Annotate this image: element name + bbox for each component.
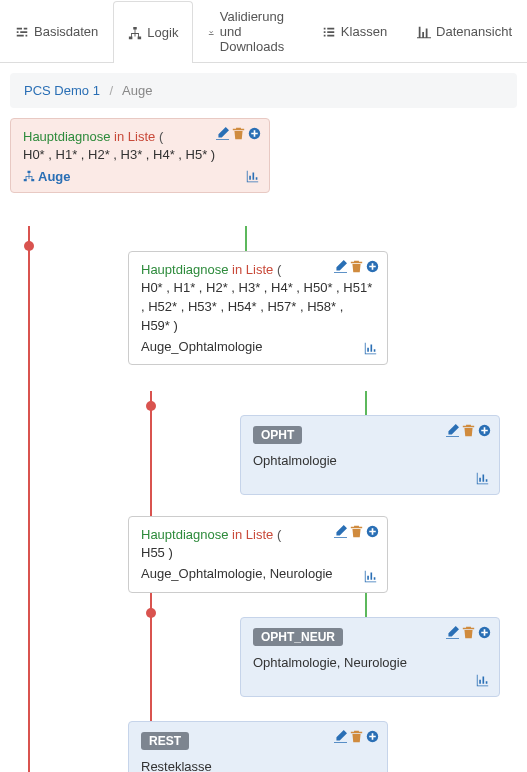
edit-button[interactable]	[446, 424, 459, 440]
terminal-label: Ophtalmologie, Neurologie	[253, 654, 487, 673]
chart-button[interactable]	[476, 674, 489, 690]
node-actions	[334, 730, 379, 746]
bar-chart-icon	[417, 25, 431, 39]
rule-node[interactable]: Hauptdiagnose in Liste ( H0* , H1* , H2*…	[128, 251, 388, 365]
node-actions	[446, 626, 491, 642]
rule-codes: H0* , H1* , H2* , H3* , H4* , H5* )	[23, 146, 257, 165]
node-actions	[216, 127, 261, 143]
delete-button[interactable]	[350, 525, 363, 541]
chart-button[interactable]	[364, 570, 377, 586]
breadcrumb-current: Auge	[122, 83, 152, 98]
tree-line	[245, 226, 247, 251]
tab-basisdaten[interactable]: Basisdaten	[0, 0, 113, 62]
edit-button[interactable]	[334, 260, 347, 276]
tree-line	[365, 391, 367, 415]
tab-label: Basisdaten	[34, 24, 98, 39]
tree-line	[365, 593, 367, 617]
add-button[interactable]	[248, 127, 261, 143]
rule-node-root[interactable]: Hauptdiagnose in Liste ( H0* , H1* , H2*…	[10, 118, 270, 193]
list-icon	[322, 25, 336, 39]
add-button[interactable]	[366, 730, 379, 746]
rule-class-link[interactable]: Auge	[23, 169, 71, 184]
terminal-label: Ophtalmologie	[253, 452, 487, 471]
terminal-badge: REST	[141, 732, 189, 750]
rule-codes: H55 )	[141, 544, 375, 563]
tab-label: Klassen	[341, 24, 387, 39]
edit-button[interactable]	[216, 127, 229, 143]
breadcrumb-root-link[interactable]: PCS Demo 1	[24, 83, 100, 98]
edit-button[interactable]	[334, 525, 347, 541]
tab-label: Validierung und Downloads	[220, 9, 292, 54]
delete-button[interactable]	[232, 127, 245, 143]
rule-class-link-row: Auge	[23, 169, 257, 184]
chart-button[interactable]	[364, 342, 377, 358]
tree-branch-dot	[146, 608, 156, 618]
add-button[interactable]	[366, 525, 379, 541]
terminal-node-rest[interactable]: REST Resteklasse	[128, 721, 388, 772]
add-button[interactable]	[478, 424, 491, 440]
rule-codes: H0* , H1* , H2* , H3* , H4* , H50* , H51…	[141, 279, 375, 336]
tab-bar: Basisdaten Logik Validierung und Downloa…	[0, 0, 527, 63]
add-button[interactable]	[478, 626, 491, 642]
terminal-badge: OPHT	[253, 426, 302, 444]
breadcrumb: PCS Demo 1 / Auge	[10, 73, 517, 108]
terminal-node[interactable]: OPHT_NEUR Ophtalmologie, Neurologie	[240, 617, 500, 697]
chart-button[interactable]	[246, 170, 259, 186]
add-button[interactable]	[366, 260, 379, 276]
tab-datenansicht[interactable]: Datenansicht	[402, 0, 527, 62]
tab-klassen[interactable]: Klassen	[307, 0, 402, 62]
sitemap-icon	[128, 26, 142, 40]
node-actions	[334, 525, 379, 541]
rule-node[interactable]: Hauptdiagnose in Liste ( H55 ) Auge_Opht…	[128, 516, 388, 593]
download-icon	[208, 25, 214, 39]
delete-button[interactable]	[462, 626, 475, 642]
logic-tree: Hauptdiagnose in Liste ( H0* , H1* , H2*…	[10, 118, 517, 772]
rule-class-label: Auge_Ophtalmologie, Neurologie	[141, 565, 375, 584]
tab-validierung[interactable]: Validierung und Downloads	[193, 0, 306, 62]
sliders-icon	[15, 25, 29, 39]
terminal-node[interactable]: OPHT Ophtalmologie	[240, 415, 500, 495]
delete-button[interactable]	[462, 424, 475, 440]
sitemap-icon	[23, 170, 35, 182]
tab-label: Logik	[147, 25, 178, 40]
delete-button[interactable]	[350, 730, 363, 746]
edit-button[interactable]	[446, 626, 459, 642]
node-actions	[334, 260, 379, 276]
chart-button[interactable]	[476, 472, 489, 488]
rule-class-label: Auge_Ophtalmologie	[141, 338, 375, 357]
tab-label: Datenansicht	[436, 24, 512, 39]
tab-logik[interactable]: Logik	[113, 1, 193, 63]
edit-button[interactable]	[334, 730, 347, 746]
tree-line	[28, 226, 30, 772]
terminal-label: Resteklasse	[141, 758, 375, 772]
breadcrumb-separator: /	[110, 83, 114, 98]
node-actions	[446, 424, 491, 440]
terminal-badge: OPHT_NEUR	[253, 628, 343, 646]
tree-branch-dot	[146, 401, 156, 411]
tree-branch-dot	[24, 241, 34, 251]
delete-button[interactable]	[350, 260, 363, 276]
